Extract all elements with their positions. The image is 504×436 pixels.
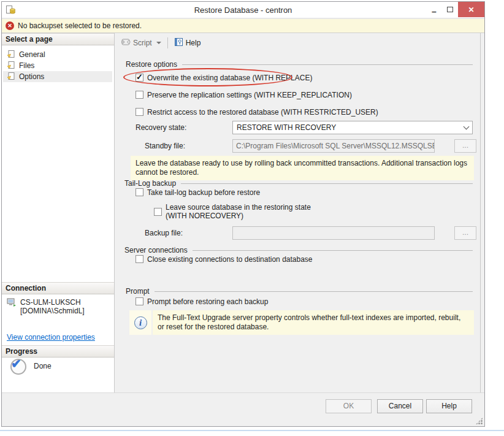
close-icon: ✕ bbox=[468, 6, 474, 14]
prompt-row: Prompt before restoring each backup bbox=[136, 297, 268, 306]
script-icon bbox=[121, 38, 131, 48]
sidebar-item-label: Options bbox=[19, 72, 44, 81]
select-a-page-header: Select a page bbox=[2, 33, 114, 45]
info-icon: i bbox=[134, 316, 147, 329]
preserve-replication-label: Preserve the replication settings (WITH … bbox=[147, 91, 352, 99]
connection-info: CS-ULM-LUKSCH [DOMINA\SchmidL] bbox=[7, 298, 85, 315]
leave-source-row: Leave source database in the restoring s… bbox=[154, 203, 311, 220]
standby-file-label: Standby file: bbox=[145, 142, 185, 150]
minimize-button[interactable]: – bbox=[426, 2, 442, 17]
leave-source-checkbox[interactable] bbox=[154, 208, 162, 216]
help-icon bbox=[174, 37, 183, 48]
toolbar-separator bbox=[167, 37, 168, 48]
preserve-replication-row: Preserve the replication settings (WITH … bbox=[136, 91, 352, 99]
recovery-note: Leave the database ready to use by rolli… bbox=[131, 156, 474, 180]
backup-browse-button: ... bbox=[454, 226, 476, 240]
page-icon bbox=[7, 61, 15, 71]
info-icon-cell: i bbox=[129, 310, 151, 335]
restore-database-dialog: Restore Database - centron – ✕ ✕ No back… bbox=[1, 1, 485, 427]
script-dropdown-arrow[interactable] bbox=[156, 42, 161, 44]
resize-grip[interactable] bbox=[476, 418, 483, 424]
script-button[interactable]: Script bbox=[118, 37, 164, 49]
prompt-header: Prompt bbox=[126, 287, 150, 296]
connection-user: [DOMINA\SchmidL] bbox=[20, 307, 85, 315]
take-tail-log-row: Take tail-log backup before restore bbox=[136, 188, 260, 197]
view-connection-properties-link[interactable]: View connection properties bbox=[7, 333, 95, 342]
toolbar: Script Help bbox=[118, 35, 203, 51]
alert-text: No backupset selected to be restored. bbox=[18, 21, 142, 30]
prompt-checkbox[interactable] bbox=[136, 297, 143, 305]
ok-button: OK bbox=[326, 399, 372, 413]
backup-file-label: Backup file: bbox=[145, 229, 183, 237]
preserve-replication-checkbox[interactable] bbox=[136, 91, 143, 99]
title-bar: Restore Database - centron – ✕ bbox=[2, 2, 484, 18]
window-controls: – ✕ bbox=[426, 2, 484, 17]
page-icon bbox=[7, 72, 15, 82]
footer: OK Cancel Help bbox=[2, 392, 484, 426]
progress-status: Done bbox=[34, 362, 52, 370]
window-title: Restore Database - centron bbox=[2, 2, 484, 18]
backup-file-field bbox=[232, 226, 435, 240]
minimize-icon: – bbox=[432, 9, 437, 15]
help-toolbar-label: Help bbox=[186, 39, 201, 47]
standby-browse-button: ... bbox=[454, 139, 476, 153]
fulltext-info-note: The Full-Text Upgrade server property co… bbox=[153, 310, 474, 335]
connection-server: CS-ULM-LUKSCH bbox=[20, 298, 85, 307]
sidebar-item-label: General bbox=[19, 50, 45, 59]
restrict-access-checkbox[interactable] bbox=[136, 108, 143, 116]
recovery-state-select[interactable]: RESTORE WITH RECOVERY bbox=[232, 121, 473, 134]
sidebar: Select a page General Files Options Conn… bbox=[2, 33, 115, 392]
close-button[interactable]: ✕ bbox=[458, 2, 484, 17]
recovery-state-value: RESTORE WITH RECOVERY bbox=[237, 123, 464, 132]
close-connections-label: Close existing connections to destinatio… bbox=[147, 255, 313, 264]
sidebar-item-label: Files bbox=[19, 61, 34, 70]
script-label: Script bbox=[133, 39, 152, 47]
error-icon: ✕ bbox=[6, 21, 14, 30]
leave-source-label-line2: (WITH NORECOVERY) bbox=[166, 212, 311, 220]
help-button[interactable]: Help bbox=[172, 36, 204, 50]
leave-source-label-line1: Leave source database in the restoring s… bbox=[166, 203, 311, 212]
group-prompt: Prompt bbox=[126, 287, 473, 296]
recovery-state-label: Recovery state: bbox=[136, 123, 186, 132]
tail-log-header: Tail-Log backup bbox=[124, 179, 176, 188]
progress-header: Progress bbox=[2, 345, 114, 358]
prompt-label: Prompt before restoring each backup bbox=[147, 297, 268, 306]
maximize-button[interactable] bbox=[442, 2, 458, 17]
alert-bar: ✕ No backupset selected to be restored. bbox=[2, 18, 484, 33]
server-connections-header: Server connections bbox=[124, 246, 188, 254]
sidebar-item-options[interactable]: Options bbox=[3, 71, 112, 82]
take-tail-log-label: Take tail-log backup before restore bbox=[147, 188, 260, 197]
done-icon: ✔ bbox=[10, 359, 26, 375]
close-connections-row: Close existing connections to destinatio… bbox=[136, 255, 313, 264]
maximize-icon bbox=[447, 7, 453, 12]
restrict-access-label: Restrict access to the restored database… bbox=[147, 108, 378, 117]
group-restore-options: Restore options bbox=[126, 60, 473, 69]
connection-header: Connection bbox=[2, 282, 114, 294]
group-tail-log: Tail-Log backup bbox=[124, 179, 473, 188]
server-icon bbox=[7, 298, 17, 315]
close-connections-checkbox[interactable] bbox=[136, 255, 143, 263]
restrict-access-row: Restrict access to the restored database… bbox=[136, 108, 378, 117]
group-server-connections: Server connections bbox=[124, 246, 473, 254]
options-pane: Script Help Restore options Overwrite th… bbox=[115, 33, 481, 392]
sidebar-item-general[interactable]: General bbox=[3, 49, 112, 60]
annotation-ellipse bbox=[123, 68, 292, 86]
chevron-down-icon bbox=[464, 123, 470, 129]
help-button-footer[interactable]: Help bbox=[426, 399, 472, 413]
sidebar-item-files[interactable]: Files bbox=[3, 60, 112, 71]
bottom-divider bbox=[0, 430, 504, 431]
cancel-button[interactable]: Cancel bbox=[377, 399, 423, 413]
page-icon bbox=[7, 50, 15, 60]
restore-options-header: Restore options bbox=[126, 60, 177, 69]
standby-file-field: C:\Program Files\Microsoft SQL Server\MS… bbox=[232, 139, 435, 153]
take-tail-log-checkbox[interactable] bbox=[136, 188, 143, 196]
